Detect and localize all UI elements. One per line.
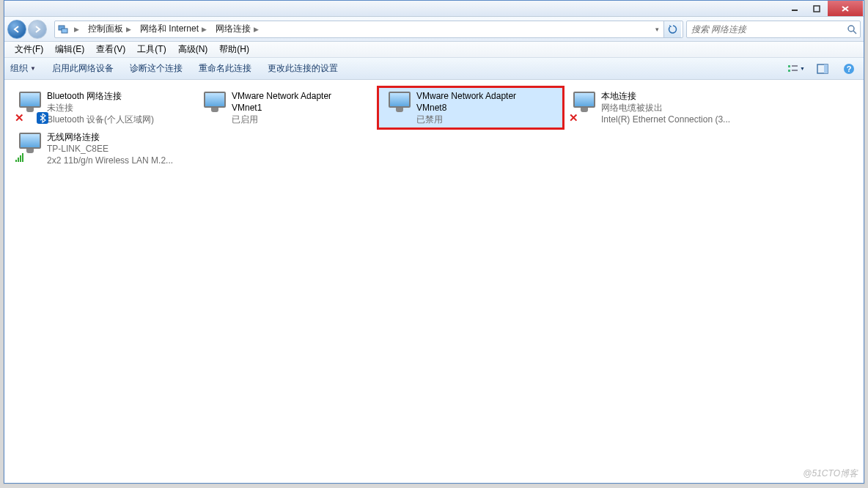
forward-button[interactable] — [28, 20, 47, 39]
back-button[interactable] — [7, 20, 26, 39]
svg-rect-16 — [15, 160, 17, 162]
cmd-change-settings[interactable]: 更改此连接的设置 — [268, 62, 338, 75]
bluetooth-icon — [37, 112, 48, 124]
svg-rect-18 — [20, 155, 21, 162]
svg-rect-8 — [788, 65, 790, 67]
menu-advanced[interactable]: 高级(N) — [172, 43, 214, 56]
connection-name-2: VMnet1 — [232, 102, 331, 114]
svg-text:?: ? — [847, 64, 852, 73]
network-icon — [56, 24, 70, 34]
cmd-rename[interactable]: 重命名此连接 — [199, 62, 251, 75]
help-icon: ? — [843, 63, 855, 75]
svg-rect-17 — [18, 158, 19, 162]
connection-device: Bluetooth 设备(个人区域网) — [47, 114, 154, 125]
connection-item[interactable]: VMware Network AdapterVMnet1已启用 — [194, 87, 378, 128]
navbar: ▶ 控制面板▶ 网络和 Internet▶ 网络连接▶ ▾ — [4, 17, 864, 42]
connection-status: 网络电缆被拔出 — [601, 102, 730, 114]
connection-icon: ✕ — [567, 90, 601, 124]
connection-icon — [198, 90, 232, 124]
close-button[interactable] — [828, 1, 863, 16]
arrow-left-icon — [12, 25, 21, 34]
titlebar — [4, 1, 864, 17]
svg-rect-9 — [788, 70, 790, 72]
svg-rect-13 — [824, 64, 828, 73]
content-area: ✕Bluetooth 网络连接未连接Bluetooth 设备(个人区域网)VMw… — [4, 80, 864, 483]
refresh-icon — [668, 24, 678, 34]
preview-pane-icon — [817, 64, 828, 74]
connection-status: 已禁用 — [416, 114, 516, 125]
search-input[interactable] — [687, 24, 844, 34]
connection-icon — [13, 131, 47, 165]
disconnected-icon: ✕ — [567, 112, 579, 124]
view-options-button[interactable]: ▼ — [787, 61, 805, 77]
connection-device: 2x2 11b/g/n Wireless LAN M.2... — [47, 155, 173, 166]
breadcrumb-crumb[interactable]: 控制面板▶ — [84, 23, 136, 35]
cmd-enable-device[interactable]: 启用此网络设备 — [52, 62, 114, 75]
svg-rect-1 — [814, 6, 820, 12]
connection-name-2: VMnet8 — [416, 102, 516, 114]
connection-item[interactable]: ✕本地连接网络电缆被拔出Intel(R) Ethernet Connection… — [563, 87, 748, 128]
connection-name: VMware Network Adapter — [416, 90, 516, 102]
connection-name: VMware Network Adapter — [232, 90, 331, 102]
help-button[interactable]: ? — [840, 61, 858, 77]
maximize-button[interactable] — [806, 1, 828, 16]
arrow-right-icon — [33, 25, 42, 34]
breadcrumb-crumb[interactable]: 网络连接▶ — [211, 23, 263, 35]
connection-item[interactable]: ✕Bluetooth 网络连接未连接Bluetooth 设备(个人区域网) — [9, 87, 194, 128]
menu-view[interactable]: 查看(V) — [90, 43, 131, 56]
breadcrumb-bar[interactable]: ▶ 控制面板▶ 网络和 Internet▶ 网络连接▶ ▾ — [54, 21, 683, 38]
connection-item[interactable]: VMware Network AdapterVMnet8已禁用 — [378, 87, 563, 128]
connection-icon — [383, 90, 416, 124]
svg-point-6 — [848, 26, 854, 32]
watermark: @51CTO博客 — [803, 467, 858, 480]
minimize-button[interactable] — [784, 1, 806, 16]
search-box[interactable] — [686, 21, 861, 38]
menu-edit[interactable]: 编辑(E) — [49, 43, 90, 56]
connection-status: 已启用 — [232, 114, 331, 125]
svg-rect-19 — [22, 153, 23, 162]
cmd-diagnose[interactable]: 诊断这个连接 — [130, 62, 183, 75]
organize-menu[interactable]: 组织▼ — [10, 62, 36, 75]
svg-line-7 — [853, 31, 856, 34]
menubar: 文件(F) 编辑(E) 查看(V) 工具(T) 高级(N) 帮助(H) — [4, 42, 864, 58]
connection-status: TP-LINK_C8EE — [47, 143, 173, 155]
search-icon[interactable] — [844, 24, 860, 34]
menu-tools[interactable]: 工具(T) — [131, 43, 172, 56]
breadcrumb-dropdown[interactable]: ▾ — [650, 21, 663, 37]
connection-name: 本地连接 — [601, 90, 730, 102]
svg-rect-5 — [62, 29, 67, 33]
menu-file[interactable]: 文件(F) — [9, 43, 49, 56]
refresh-button[interactable] — [663, 21, 681, 37]
connection-name: Bluetooth 网络连接 — [47, 90, 154, 102]
signal-bars-icon — [15, 152, 26, 163]
connection-device: Intel(R) Ethernet Connection (3... — [601, 114, 730, 125]
disconnected-icon: ✕ — [13, 112, 25, 124]
connection-status: 未连接 — [47, 102, 154, 114]
explorer-window: ▶ 控制面板▶ 网络和 Internet▶ 网络连接▶ ▾ 文件(F) 编辑(E… — [4, 0, 864, 484]
view-icon — [787, 64, 799, 74]
breadcrumb-crumb[interactable]: 网络和 Internet▶ — [136, 23, 211, 35]
connection-item[interactable]: 无线网络连接TP-LINK_C8EE2x2 11b/g/n Wireless L… — [9, 128, 194, 169]
connection-name: 无线网络连接 — [47, 131, 173, 143]
preview-pane-button[interactable] — [814, 61, 831, 77]
command-bar: 组织▼ 启用此网络设备 诊断这个连接 重命名此连接 更改此连接的设置 ▼ ? — [4, 58, 864, 80]
connection-icon: ✕ — [13, 90, 47, 124]
menu-help[interactable]: 帮助(H) — [213, 43, 255, 56]
